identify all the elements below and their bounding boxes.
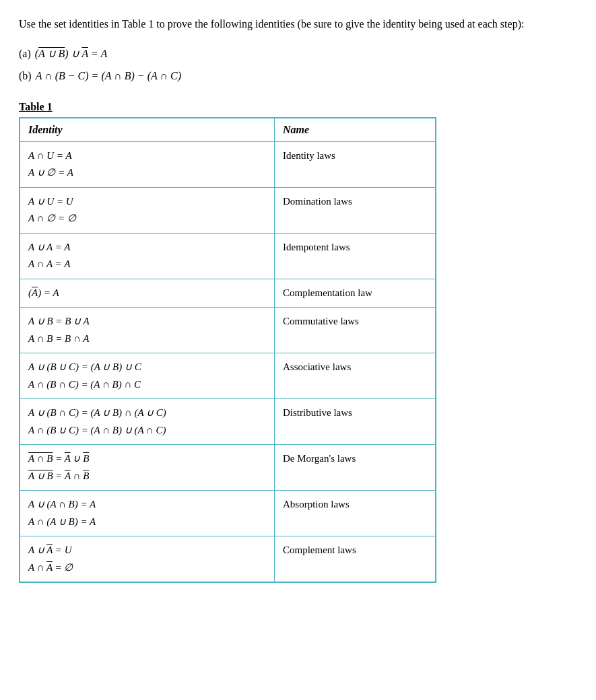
table-row: A ∪ A = U A ∩ A = ∅ Complement laws [20,536,436,583]
name-cell: Associative laws [275,353,436,399]
intro-text: Use the set identities in Table 1 to pro… [19,16,577,32]
table-row: A ∪ B = B ∪ A A ∩ B = B ∩ A Commutative … [20,308,436,353]
problems-section: (a) (A ∪ B) ∪ A = A (b) A ∩ (B − C) = (A… [19,44,577,86]
identity-cell: A ∪ (A ∩ B) = A A ∩ (A ∪ B) = A [20,491,275,536]
col-header-name: Name [275,118,436,142]
table-row: A ∪ (A ∩ B) = A A ∩ (A ∪ B) = A Absorpti… [20,491,436,536]
problem-a-math: (A ∪ B) ∪ A = A [35,44,107,64]
table-title: Table 1 [19,101,577,113]
identity-cell: A ∪ (B ∩ C) = (A ∪ B) ∩ (A ∪ C) A ∩ (B ∪… [20,399,275,445]
table-header-row: Identity Name [20,118,436,142]
identity-cell: A ∪ (B ∪ C) = (A ∪ B) ∪ C A ∩ (B ∩ C) = … [20,353,275,399]
identity-cell: A ∩ U = A A ∪ ∅ = A [20,141,275,187]
identity-cell: A ∪ B = B ∪ A A ∩ B = B ∩ A [20,308,275,353]
table-section: Table 1 Identity Name A ∩ U = A A ∪ ∅ = … [19,101,577,584]
table-row: (A) = A Complementation law [20,279,436,308]
col-header-identity: Identity [20,118,275,142]
table-row: A ∪ U = U A ∩ ∅ = ∅ Domination laws [20,187,436,233]
name-cell: Distributive laws [275,399,436,445]
name-cell: De Morgan's laws [275,445,436,491]
name-cell: Complementation law [275,279,436,308]
name-cell: Complement laws [275,536,436,583]
problem-a-label: (a) [19,44,31,64]
identity-cell: A ∪ A = U A ∩ A = ∅ [20,536,275,583]
problem-a: (a) (A ∪ B) ∪ A = A [19,44,577,64]
name-cell: Absorption laws [275,491,436,536]
table-row: A ∪ A = A A ∩ A = A Idempotent laws [20,233,436,279]
identity-cell: A ∪ U = U A ∩ ∅ = ∅ [20,187,275,233]
table-row: A ∩ B = A ∪ B A ∪ B = A ∩ B De Morgan's … [20,445,436,491]
name-cell: Commutative laws [275,308,436,353]
identity-cell: A ∩ B = A ∪ B A ∪ B = A ∩ B [20,445,275,491]
identity-table: Identity Name A ∩ U = A A ∪ ∅ = A Identi… [19,117,436,584]
problem-b-label: (b) [19,67,32,86]
identity-cell: (A) = A [20,279,275,308]
name-cell: Idempotent laws [275,233,436,279]
table-row: A ∩ U = A A ∪ ∅ = A Identity laws [20,141,436,187]
table-row: A ∪ (B ∩ C) = (A ∪ B) ∩ (A ∪ C) A ∩ (B ∪… [20,399,436,445]
table-row: A ∪ (B ∪ C) = (A ∪ B) ∪ C A ∩ (B ∩ C) = … [20,353,436,399]
identity-cell: A ∪ A = A A ∩ A = A [20,233,275,279]
name-cell: Domination laws [275,187,436,233]
name-cell: Identity laws [275,141,436,187]
problem-b: (b) A ∩ (B − C) = (A ∩ B) − (A ∩ C) [19,67,577,86]
problem-b-math: A ∩ (B − C) = (A ∩ B) − (A ∩ C) [36,67,181,86]
